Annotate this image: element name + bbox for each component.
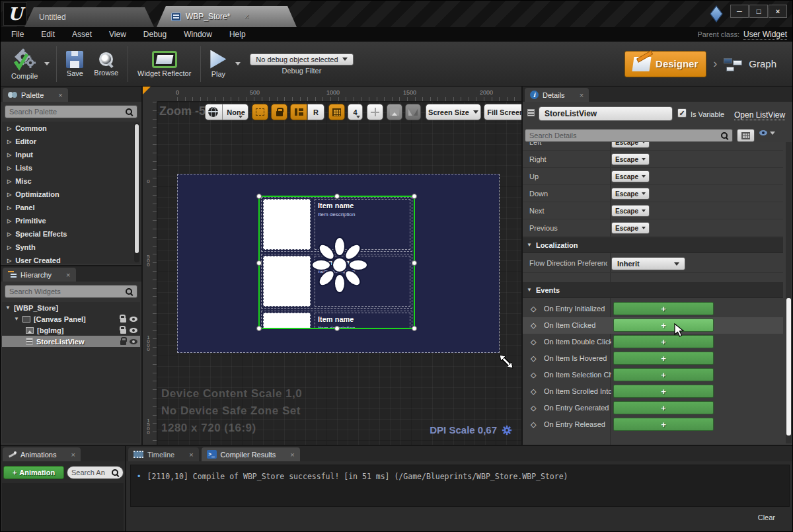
- resize-handle[interactable]: [334, 194, 340, 199]
- menu-help[interactable]: Help: [229, 30, 246, 39]
- details-search-input[interactable]: [529, 132, 720, 139]
- nav-rule-dropdown[interactable]: Escape: [611, 153, 650, 165]
- tutorial-cap-icon[interactable]: [710, 5, 722, 22]
- save-button[interactable]: Save: [61, 50, 89, 79]
- visibility-eye-icon[interactable]: [130, 317, 137, 322]
- resize-handle[interactable]: [256, 260, 262, 266]
- compiler-results-tab[interactable]: >_ Compiler Results ×: [202, 447, 300, 461]
- grid-snap-size-button[interactable]: 4: [348, 104, 363, 120]
- animations-search[interactable]: [67, 466, 124, 479]
- hierarchy-row-bgimg[interactable]: [bgImg]: [2, 324, 140, 336]
- details-scrollbar[interactable]: [786, 142, 792, 443]
- close-icon[interactable]: ×: [189, 451, 193, 459]
- palette-category[interactable]: ▷Optimization: [2, 188, 140, 201]
- debug-object-select[interactable]: No debug object selected: [250, 54, 353, 65]
- compiler-results-log[interactable]: • [2110,10] Compile of WBP_Store success…: [130, 465, 790, 507]
- preview-background-button[interactable]: [387, 104, 402, 120]
- rotate-mode-button[interactable]: R: [307, 104, 324, 120]
- resize-handle[interactable]: [334, 326, 340, 331]
- localization-preview-button[interactable]: None: [205, 104, 248, 120]
- hierarchy-row-wbp-store[interactable]: ▼ [WBP_Store]: [2, 302, 140, 313]
- maximize-button[interactable]: □: [749, 5, 768, 18]
- designer-viewport[interactable]: 0 500 1000 1500 2000 0 500 1000 1500 Zoo…: [143, 87, 521, 445]
- browse-button[interactable]: Browse: [89, 50, 124, 78]
- lock-icon[interactable]: [120, 318, 126, 323]
- palette-category[interactable]: ▷Panel: [2, 201, 140, 214]
- palette-search[interactable]: [5, 105, 137, 118]
- palette-category[interactable]: ▷Common: [2, 122, 140, 135]
- close-icon[interactable]: ×: [58, 91, 62, 99]
- events-section-header[interactable]: ▼ Events: [523, 282, 783, 298]
- is-variable-checkbox[interactable]: ✓: [677, 108, 687, 118]
- open-listview-link[interactable]: Open ListView: [734, 110, 785, 120]
- play-button[interactable]: Play: [205, 49, 231, 79]
- hierarchy-row-storelistview[interactable]: StoreListView: [2, 336, 140, 347]
- palette-category[interactable]: ▷Input: [2, 148, 140, 161]
- add-event-button[interactable]: +: [613, 385, 714, 398]
- menu-debug[interactable]: Debug: [143, 30, 167, 39]
- details-visibility-filter[interactable]: [759, 130, 775, 135]
- add-event-button[interactable]: +: [613, 302, 714, 315]
- palette-tab[interactable]: Palette ×: [3, 88, 68, 102]
- details-search[interactable]: [525, 129, 733, 142]
- align-mode-button[interactable]: [290, 104, 307, 120]
- resize-handle[interactable]: [412, 194, 417, 199]
- localization-section-header[interactable]: ▼ Localization: [523, 237, 783, 253]
- lock-widgets-button[interactable]: [271, 104, 287, 120]
- details-tab[interactable]: i Details ×: [525, 88, 589, 102]
- add-event-button[interactable]: +: [613, 418, 714, 431]
- palette-category[interactable]: ▷Special Effects: [2, 227, 140, 241]
- resize-handle[interactable]: [256, 326, 262, 331]
- grid-snap-toggle-button[interactable]: [328, 104, 345, 120]
- add-event-button[interactable]: +: [613, 368, 714, 381]
- animations-search-input[interactable]: [71, 469, 111, 476]
- hierarchy-search[interactable]: [5, 285, 137, 298]
- timeline-tab[interactable]: Timeline ×: [128, 447, 199, 461]
- add-animation-button[interactable]: + Animation: [3, 466, 64, 479]
- graph-mode-button[interactable]: Graph: [724, 57, 776, 71]
- hierarchy-tab[interactable]: Hierarchy ×: [3, 268, 76, 282]
- anchor-tool-button[interactable]: [367, 104, 383, 120]
- close-icon[interactable]: ×: [580, 91, 584, 99]
- designer-mode-button[interactable]: Designer: [624, 51, 706, 77]
- lock-icon[interactable]: [120, 329, 126, 334]
- widget-reflector-button[interactable]: Widget Reflector: [132, 50, 196, 79]
- add-event-button[interactable]: +: [613, 352, 714, 365]
- resize-handle[interactable]: [256, 194, 262, 199]
- palette-scrollbar[interactable]: [134, 123, 139, 262]
- dpi-settings-gear-icon[interactable]: [502, 425, 512, 436]
- lock-icon[interactable]: [120, 340, 126, 345]
- hierarchy-row-canvas-panel[interactable]: ▼ [Canvas Panel]: [2, 313, 140, 324]
- palette-category[interactable]: ▷Misc: [2, 174, 140, 188]
- close-icon[interactable]: ×: [290, 451, 294, 459]
- play-options-caret[interactable]: [235, 62, 241, 65]
- close-button[interactable]: ×: [769, 5, 787, 18]
- screen-size-dropdown[interactable]: Screen Size: [426, 104, 481, 120]
- details-grid-view-button[interactable]: [737, 129, 755, 142]
- close-icon[interactable]: ×: [71, 451, 75, 459]
- outline-toggle-button[interactable]: [252, 104, 268, 120]
- canvas-resize-arrow-icon[interactable]: [497, 352, 515, 371]
- menu-window[interactable]: Window: [184, 30, 212, 39]
- flip-preview-button[interactable]: [405, 104, 421, 120]
- menu-file[interactable]: File: [11, 30, 24, 39]
- widget-name-field[interactable]: [539, 106, 673, 121]
- close-icon[interactable]: ×: [244, 12, 248, 21]
- visibility-eye-icon[interactable]: [130, 328, 137, 333]
- close-icon[interactable]: ×: [66, 271, 70, 279]
- palette-category[interactable]: ▷User Created: [2, 254, 140, 264]
- nav-rule-dropdown[interactable]: Escape: [611, 222, 650, 234]
- minimize-button[interactable]: ─: [730, 5, 749, 18]
- fill-screen-dropdown[interactable]: Fill Screen: [484, 104, 521, 120]
- flow-direction-dropdown[interactable]: Inherit: [611, 257, 685, 270]
- asset-tab-untitled[interactable]: Untitled: [24, 7, 154, 27]
- add-event-button[interactable]: +: [613, 401, 714, 414]
- palette-category[interactable]: ▷Lists: [2, 161, 140, 174]
- palette-category[interactable]: ▷Synth: [2, 241, 140, 254]
- clear-log-button[interactable]: Clear: [758, 513, 775, 521]
- nav-rule-dropdown[interactable]: Escape: [611, 188, 650, 200]
- menu-asset[interactable]: Asset: [72, 30, 92, 39]
- palette-category[interactable]: ▷Editor: [2, 135, 140, 148]
- resize-handle[interactable]: [412, 260, 417, 266]
- palette-search-input[interactable]: [9, 108, 125, 116]
